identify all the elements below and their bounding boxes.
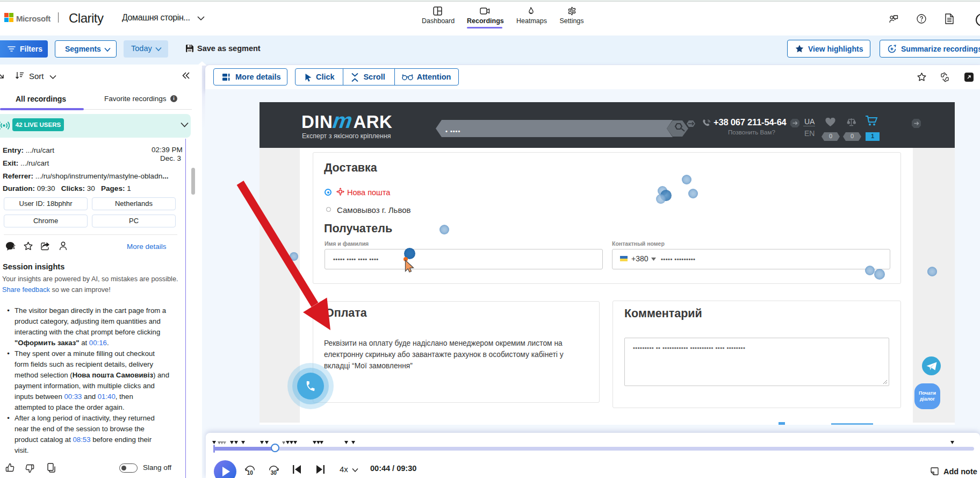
svg-text:30: 30 — [271, 470, 277, 476]
svg-text:10: 10 — [247, 470, 254, 476]
